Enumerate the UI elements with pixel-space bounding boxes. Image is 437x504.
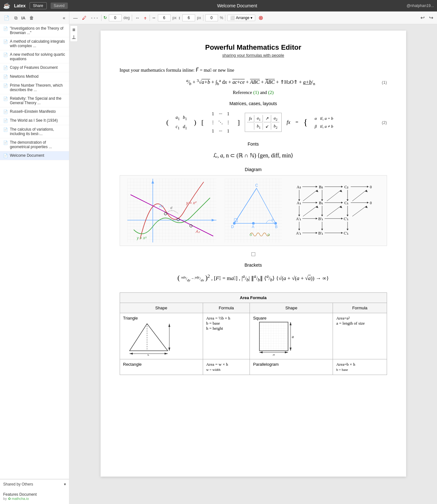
doc-icon: 📄 xyxy=(3,154,8,158)
share-button[interactable]: Share xyxy=(30,2,47,9)
sidebar-item[interactable]: 📄 "Investigations on the Theory of Brown… xyxy=(0,24,69,37)
svg-text:A: A xyxy=(252,225,254,229)
shared-doc-item[interactable]: Features Document by ✿ mathcha.io xyxy=(0,490,69,503)
svg-rect-14 xyxy=(225,179,282,242)
height-arrows-icon: ↕ xyxy=(178,15,180,20)
matrices-formula: ( a1b1 c1d1 ) [ 1···1 ⋮⋱⋮ 1 xyxy=(120,109,387,136)
fonts-formula: ℒ, a, n ⊂ (ℝ ∩ ℕ) ⟨gen, diff, min⟩ xyxy=(120,150,387,161)
svg-text:C'₁: C'₁ xyxy=(344,231,349,235)
sep4 xyxy=(203,15,203,21)
svg-marker-61 xyxy=(341,232,343,234)
height-input[interactable] xyxy=(182,14,195,21)
user-menu[interactable]: @nhatphan19... xyxy=(406,4,434,8)
small-square-indicator xyxy=(251,252,255,256)
brackets-heading: Brackets xyxy=(120,263,387,268)
line-dashed-button[interactable]: - - - xyxy=(90,15,99,21)
doc-icon: 📄 xyxy=(3,83,8,88)
table-row: Triangle h xyxy=(120,313,387,359)
area-formula-section: Area Formula Shape Formula Shape Formula… xyxy=(120,292,387,375)
main-toolbar: — 🖊 - - - ↻ deg ↔ ↕ ↔ px ↕ px % ⬜ Arrang… xyxy=(69,11,437,24)
svg-marker-53 xyxy=(367,202,369,204)
doc-icon: 📄 xyxy=(3,53,8,57)
svg-marker-73 xyxy=(321,229,323,230)
sidebar-item[interactable]: 📄 Russell–Einstein Manifesto xyxy=(0,107,69,116)
formula-line-1: a⁄b + 3√a+b + ∫ba dx + ac+ce + ABC + ÂBC… xyxy=(120,78,387,87)
width-input[interactable] xyxy=(158,14,171,21)
formula-number-1: (1) xyxy=(382,80,387,85)
brackets-formula: ( xdx/dy − ydy/dx )2 , [F⃗ = ma⃗] , |a/b… xyxy=(120,271,387,285)
sidebar-item-label: A method of calculating integrals with c… xyxy=(10,39,66,48)
sidebar-item-label: A new method for solving quartic equatio… xyxy=(10,52,66,61)
delete-button[interactable]: 🗑 xyxy=(28,15,35,21)
ref-2: (2) xyxy=(268,90,274,95)
curves-diagram: y = x² y = x³ d A₁ A₂ xyxy=(127,179,216,242)
sidebar-item[interactable]: 📄 Welcome Document xyxy=(0,151,69,160)
copy-button[interactable]: ⧉ xyxy=(13,15,19,21)
svg-text:B: B xyxy=(275,225,278,229)
svg-rect-102 xyxy=(259,322,288,351)
sidebar-item[interactable]: 📄 Newtons Method xyxy=(0,72,69,81)
shape-parallelogram: Parallelogram xyxy=(250,359,333,375)
sep5 xyxy=(225,15,225,21)
table-title: Area Formula xyxy=(120,293,387,303)
reference-line: Reference (1) and (2) xyxy=(120,90,387,95)
insert-tool-button[interactable]: ⊥ xyxy=(72,34,76,40)
collapse-button[interactable]: « xyxy=(61,15,67,21)
main-content: ≡ ⊥ Powerful Mathematics Editor sharing … xyxy=(69,24,437,504)
sidebar-item[interactable]: 📄 Relativity: The Special and the Genera… xyxy=(0,94,69,107)
text-tool-button[interactable]: ≡ xyxy=(72,27,76,33)
scale-unit: % xyxy=(220,16,223,20)
flip-h-button[interactable]: ↔ xyxy=(134,15,141,21)
scale-input[interactable] xyxy=(205,14,218,21)
svg-marker-55 xyxy=(316,218,317,220)
svg-point-23 xyxy=(233,222,236,225)
redo-button[interactable]: ↪ xyxy=(428,14,434,21)
sep2 xyxy=(132,15,132,21)
flip-v-button[interactable]: ↕ xyxy=(143,15,148,21)
sidebar-item[interactable]: 📄 The World as I See It (1934) xyxy=(0,116,69,125)
rotate-unit: deg xyxy=(123,16,130,20)
svg-text:y = x³: y = x³ xyxy=(137,236,147,240)
formula-parallelogram: Area=b × hb = base xyxy=(333,359,387,375)
ref-1: (1) xyxy=(253,90,259,95)
sidebar-toolbar: 📄 ⧉ IA 🗑 « xyxy=(0,11,69,24)
shared-by-others-section[interactable]: Shared by Others ▾ xyxy=(0,479,69,489)
svg-text:C₁: C₁ xyxy=(344,201,349,205)
sidebar-item[interactable]: 📄 The demonstration of geometrical prope… xyxy=(0,138,69,151)
sidebar-item-label: The World as I See It (1934) xyxy=(10,118,58,123)
line-solid-button[interactable]: — xyxy=(72,15,79,21)
sidebar-item[interactable]: 📄 Prime Number Theorem, which describes … xyxy=(0,81,69,94)
shared-doc-author: by ✿ mathcha.io xyxy=(3,497,66,501)
svg-marker-71 xyxy=(321,215,323,216)
doc-icon: 📄 xyxy=(3,110,8,114)
sidebar-item-label: Welcome Document xyxy=(10,153,44,158)
col-formula1-header: Formula xyxy=(203,303,250,313)
line-color-button[interactable]: 🖊 xyxy=(81,15,88,21)
arrange-button[interactable]: ⬜ Arrange ▾ xyxy=(227,15,255,21)
col-shape1-header: Shape xyxy=(120,303,203,313)
svg-marker-104 xyxy=(290,322,292,325)
doc-icon: 📄 xyxy=(3,75,8,79)
svg-marker-100 xyxy=(165,353,168,355)
svg-marker-43 xyxy=(316,186,317,188)
close-red-button[interactable]: ⊗ xyxy=(257,14,264,22)
col-shape2-header: Shape xyxy=(250,303,333,313)
sidebar-item[interactable]: 📄 The calculus of variations, including … xyxy=(0,125,69,138)
diagram-container: y = x² y = x³ d A₁ A₂ xyxy=(120,175,387,246)
shared-chevron-icon: ▾ xyxy=(64,482,66,486)
svg-text:0: 0 xyxy=(370,201,372,205)
sidebar: 📄 "Investigations on the Theory of Brown… xyxy=(0,24,69,504)
sidebar-item[interactable]: 📄 A method of calculating integrals with… xyxy=(0,37,69,50)
width-unit: px xyxy=(173,16,177,20)
rotate-input[interactable] xyxy=(109,14,122,21)
new-doc-button[interactable]: 📄 xyxy=(3,15,11,21)
svg-text:A'₁: A'₁ xyxy=(296,231,301,235)
saved-button: Saved xyxy=(51,3,68,9)
svg-marker-87 xyxy=(316,206,318,208)
sidebar-item[interactable]: 📄 A new method for solving quartic equat… xyxy=(0,50,69,63)
undo-button[interactable]: ↩ xyxy=(419,14,426,21)
formula-number-2: (2) xyxy=(382,120,387,125)
sidebar-item[interactable]: 📄 Copy of Features Document xyxy=(0,63,69,72)
sidebar-item-label: The calculus of variations, including it… xyxy=(10,127,66,136)
svg-line-88 xyxy=(327,206,341,216)
